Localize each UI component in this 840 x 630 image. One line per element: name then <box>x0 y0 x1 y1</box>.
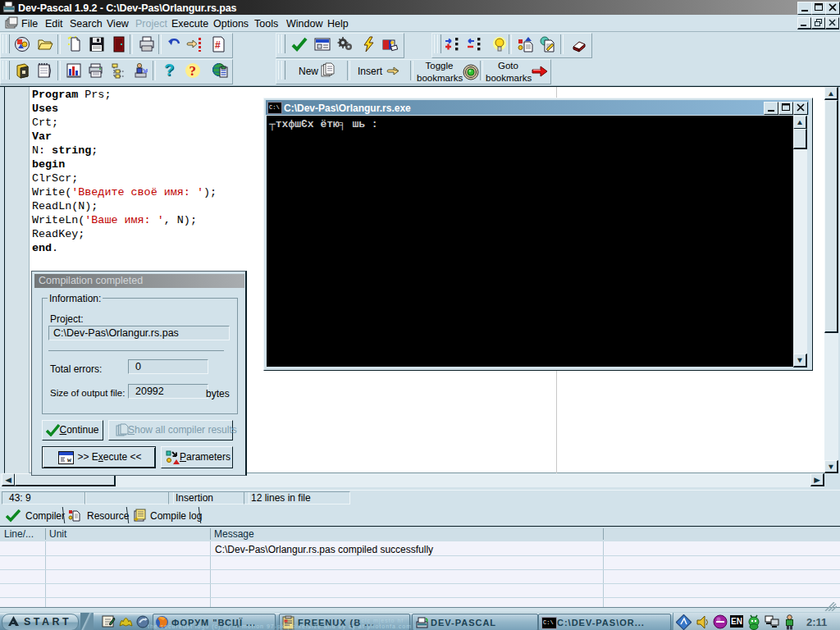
svg-text:?: ? <box>189 63 197 79</box>
svg-text:w: w <box>67 456 71 463</box>
svg-text:#: # <box>215 39 221 51</box>
